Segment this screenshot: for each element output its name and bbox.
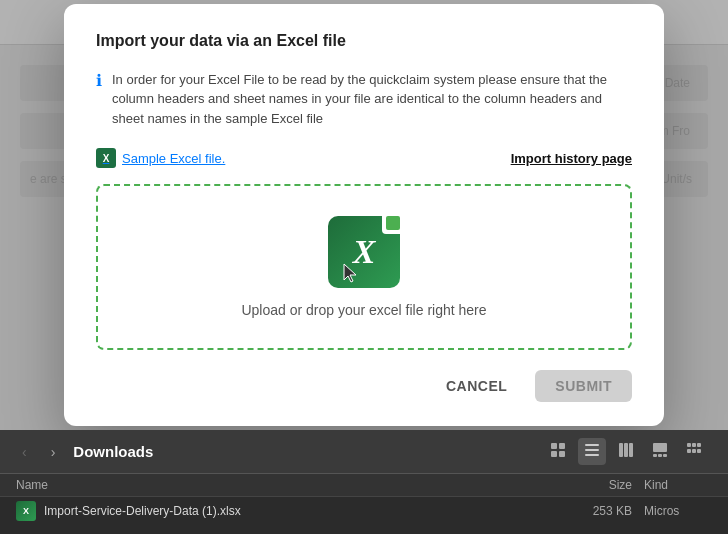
file-name: Import-Service-Delivery-Data (1).xlsx	[44, 504, 241, 518]
gallery-view-button[interactable]	[646, 438, 674, 465]
col-name-header: Name	[16, 478, 552, 492]
import-history-link[interactable]: Import history page	[511, 151, 632, 166]
svg-rect-6	[585, 454, 599, 456]
svg-rect-4	[585, 444, 599, 446]
forward-arrow-button[interactable]: ›	[45, 440, 62, 464]
view-buttons	[544, 438, 712, 465]
modal-title: Import your data via an Excel file	[96, 32, 632, 50]
downloads-column-headers: Name Size Kind	[0, 474, 728, 497]
links-row: X Sample Excel file. Import history page	[96, 148, 632, 168]
svg-rect-3	[559, 451, 565, 457]
file-excel-icon: X	[16, 501, 36, 521]
file-row[interactable]: X Import-Service-Delivery-Data (1).xlsx …	[0, 497, 728, 525]
svg-rect-15	[692, 443, 696, 447]
cancel-button[interactable]: CANCEL	[430, 370, 523, 402]
excel-page-icon	[386, 216, 400, 230]
file-icon-name: X Import-Service-Delivery-Data (1).xlsx	[16, 501, 552, 521]
file-kind: Micros	[632, 504, 712, 518]
drop-zone-text: Upload or drop your excel file right her…	[241, 302, 486, 318]
svg-rect-14	[687, 443, 691, 447]
svg-rect-0	[551, 443, 557, 449]
list-view-button[interactable]	[578, 438, 606, 465]
cursor-arrow	[342, 262, 360, 284]
column-view-icon	[618, 442, 634, 458]
gallery-view-icon	[652, 442, 668, 458]
file-size: 253 KB	[552, 504, 632, 518]
svg-rect-17	[687, 449, 691, 453]
svg-rect-9	[629, 443, 633, 457]
svg-rect-2	[551, 451, 557, 457]
svg-rect-1	[559, 443, 565, 449]
svg-rect-10	[653, 443, 667, 452]
downloads-header: ‹ › Downloads	[0, 430, 728, 474]
file-drop-zone[interactable]: X Upload or drop your excel file right h…	[96, 184, 632, 350]
more-view-icon	[686, 442, 706, 458]
back-arrow-button[interactable]: ‹	[16, 440, 33, 464]
svg-rect-8	[624, 443, 628, 457]
more-view-button[interactable]	[680, 438, 712, 465]
info-icon: ℹ	[96, 71, 102, 129]
modal-footer: CANCEL SUBMIT	[96, 370, 632, 402]
sample-link-label: Sample Excel file.	[122, 151, 225, 166]
sample-excel-link[interactable]: X Sample Excel file.	[96, 148, 225, 168]
svg-rect-19	[697, 449, 701, 453]
list-view-icon	[584, 442, 600, 458]
svg-rect-7	[619, 443, 623, 457]
icon-view-button[interactable]	[544, 438, 572, 465]
svg-rect-18	[692, 449, 696, 453]
svg-rect-11	[653, 454, 657, 457]
grid-view-icon	[550, 442, 566, 458]
svg-rect-16	[697, 443, 701, 447]
col-size-header: Size	[552, 478, 632, 492]
col-kind-header: Kind	[632, 478, 712, 492]
info-box: ℹ In order for your Excel File to be rea…	[96, 70, 632, 129]
info-text: In order for your Excel File to be read …	[112, 70, 632, 129]
modal-overlay: Import your data via an Excel file ℹ In …	[0, 0, 728, 430]
column-view-button[interactable]	[612, 438, 640, 465]
downloads-title: Downloads	[73, 443, 532, 460]
svg-rect-13	[663, 454, 667, 457]
excel-large-icon: X	[328, 216, 400, 288]
downloads-bar: ‹ › Downloads	[0, 430, 728, 534]
svg-rect-12	[658, 454, 662, 457]
excel-page-corner	[382, 212, 404, 234]
excel-small-icon: X	[96, 148, 116, 168]
modal-dialog: Import your data via an Excel file ℹ In …	[64, 4, 664, 427]
svg-rect-5	[585, 449, 599, 451]
submit-button[interactable]: SUBMIT	[535, 370, 632, 402]
